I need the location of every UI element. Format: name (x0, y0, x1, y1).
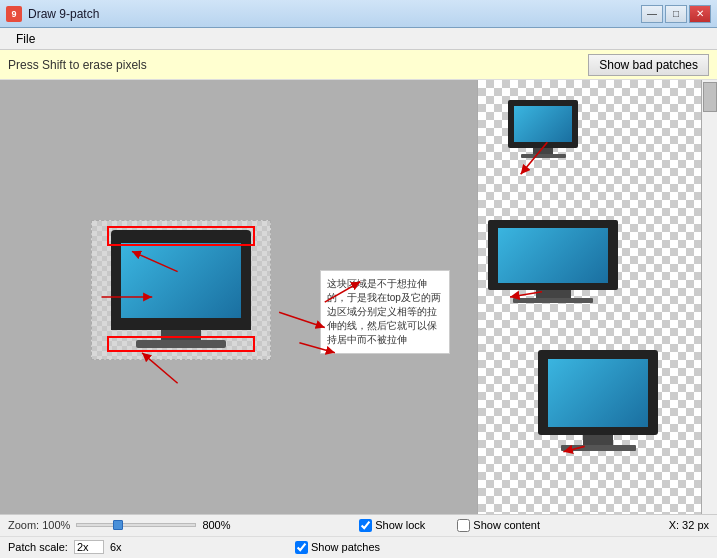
main-content: 这块区域是不于想拉伸的，于是我在top及它的两边区域分别定义相等的拉伸的线，然后… (0, 80, 717, 514)
svg-line-2 (279, 312, 325, 327)
status-row-1: Zoom: 100% 800% Show lock Show content X… (0, 515, 717, 537)
minimize-button[interactable]: — (641, 5, 663, 23)
zoom-end-label: 800% (202, 519, 230, 531)
show-patches-checkbox[interactable]: Show patches (295, 541, 380, 554)
show-patches-input[interactable] (295, 541, 308, 554)
zoom-slider[interactable] (76, 523, 196, 527)
monitor-screen (121, 243, 241, 318)
show-lock-label: Show lock (375, 519, 425, 531)
show-content-input[interactable] (457, 519, 470, 532)
annotation-text: 这块区域是不于想拉伸的，于是我在top及它的两边区域分别定义相等的拉伸的线，然后… (327, 278, 441, 345)
editor-pane[interactable]: 这块区域是不于想拉伸的，于是我在top及它的两边区域分别定义相等的拉伸的线，然后… (0, 80, 477, 514)
status-row-2: Patch scale: 6x Show patches (0, 537, 717, 558)
show-lock-checkbox[interactable]: Show lock (359, 519, 425, 532)
window-controls: — □ ✕ (641, 5, 711, 23)
preview-monitor-large (538, 350, 658, 451)
show-content-checkbox[interactable]: Show content (457, 519, 540, 532)
zoom-label: Zoom: 100% (8, 519, 70, 531)
menu-file[interactable]: File (8, 30, 43, 48)
close-button[interactable]: ✕ (689, 5, 711, 23)
window-title: Draw 9-patch (28, 7, 641, 21)
patch-scale-input[interactable] (74, 540, 104, 554)
coords-label: X: 32 px (669, 519, 709, 531)
show-content-label: Show content (473, 519, 540, 531)
preview-scrollbar[interactable] (701, 80, 717, 514)
menu-bar: File (0, 28, 717, 50)
red-highlight-top (107, 226, 255, 246)
show-lock-input[interactable] (359, 519, 372, 532)
toolbar: Press Shift to erase pixels Show bad pat… (0, 50, 717, 80)
app-icon: 9 (6, 6, 22, 22)
title-bar: 9 Draw 9-patch — □ ✕ (0, 0, 717, 28)
editor-monitor (91, 220, 271, 360)
patch-scale-end: 6x (110, 541, 122, 553)
status-bar: Zoom: 100% 800% Show lock Show content X… (0, 514, 717, 558)
toolbar-hint: Press Shift to erase pixels (8, 58, 580, 72)
maximize-button[interactable]: □ (665, 5, 687, 23)
patch-scale-label: Patch scale: (8, 541, 68, 553)
preview-monitor-medium (488, 220, 618, 303)
preview-pane (477, 80, 717, 514)
annotation-box: 这块区域是不于想拉伸的，于是我在top及它的两边区域分别定义相等的拉伸的线，然后… (320, 270, 450, 354)
zoom-thumb[interactable] (113, 520, 123, 530)
preview-monitor-small (508, 100, 578, 158)
red-highlight-bottom (107, 336, 255, 352)
scrollbar-thumb[interactable] (703, 82, 717, 112)
show-patches-label: Show patches (311, 541, 380, 553)
bad-patches-button[interactable]: Show bad patches (588, 54, 709, 76)
